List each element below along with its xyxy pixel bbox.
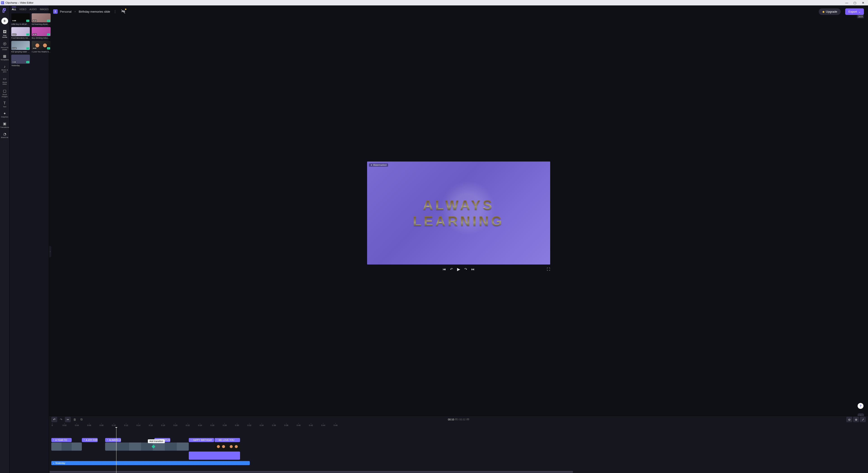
window-title: Clipchamp – Video Editor: [5, 1, 33, 4]
ruler-tick: 0:18: [161, 423, 165, 427]
video-clip[interactable]: [51, 442, 82, 451]
redo-button[interactable]: ↷: [58, 417, 64, 422]
play-button[interactable]: ▶: [457, 267, 460, 272]
rail-item-text[interactable]: TText: [0, 99, 9, 109]
project-title[interactable]: Birthday memories slide: [79, 10, 110, 13]
rail-item-stock_video[interactable]: ▭Stock video: [0, 75, 9, 87]
svg-point-0: [55, 11, 56, 11]
clip-label: A JOY FOR LIFE: [86, 439, 98, 441]
rail-item-brand[interactable]: ◔Brand kit: [0, 130, 9, 140]
media-item[interactable]: 0:08✓Little boy in old pil…: [11, 13, 30, 25]
media-tab-video[interactable]: VIDEO: [19, 8, 26, 11]
timeline-scroll-thumb[interactable]: [50, 471, 573, 473]
media-title: Boy climbing indoo…: [32, 37, 51, 39]
media-tab-images[interactable]: IMAGES: [40, 8, 49, 11]
workspace-name[interactable]: Personal: [60, 10, 71, 13]
preview-area: ✦ Watermarked ALWAYS LEARNING ⏮ ↶ ▶ ↷ ⏭ …: [49, 18, 868, 416]
text-clip[interactable]: TWE LOVE YOU: [215, 438, 240, 442]
upgrade-button[interactable]: ◆ Upgrade: [819, 8, 841, 15]
ruler-tick: 0:10: [112, 423, 116, 427]
zoom-fit-button[interactable]: ⤢: [860, 417, 866, 422]
delete-button[interactable]: 🗑: [72, 417, 78, 422]
rail-item-your_media[interactable]: 🖼Your media: [0, 28, 9, 40]
export-button[interactable]: Export ⌄: [845, 8, 864, 15]
preview-text-line1: ALWAYS: [423, 197, 494, 213]
video-clip[interactable]: [215, 442, 240, 451]
video-clip[interactable]: [105, 442, 189, 451]
media-item[interactable]: 0:02✓I Love You Hearts S…: [32, 41, 51, 53]
stock_images-icon: ▢: [3, 89, 6, 93]
text-clip[interactable]: TA JOY FOR LIFE: [82, 438, 98, 442]
zoom-out-button[interactable]: ⊖: [846, 417, 852, 422]
timeline-ruler[interactable]: 00:020:040:060:080:100:120:140:160:180:2…: [49, 423, 868, 427]
collapse-timeline-button[interactable]: ⌄: [858, 413, 864, 416]
timeline-toolbar: ↶ ↷ ✂ 🗑 ⧉ 00:10.01 / 00:32.03 ⊖ ⊕ ⤢: [49, 416, 868, 423]
ruler-tick: 0:28: [223, 423, 227, 427]
window-close-button[interactable]: ✕: [859, 0, 867, 5]
graphics-icon: ✦: [3, 111, 6, 116]
rail-item-record[interactable]: ⦿Record & create: [0, 40, 9, 53]
window-minimize-button[interactable]: —: [843, 0, 851, 5]
clipchamp-logo[interactable]: [2, 7, 8, 13]
export-label: Export: [848, 10, 857, 13]
skip-end-button[interactable]: ⏭: [471, 267, 475, 271]
ruler-tick: 0:30: [235, 423, 239, 427]
ruler-tick: 0:12: [124, 423, 128, 427]
media-title: Kid learning physic,…: [32, 23, 51, 25]
fullscreen-button[interactable]: ⛶: [547, 267, 550, 271]
media-item[interactable]: 0:13✓Kid spraying water …: [11, 41, 30, 53]
text-clip[interactable]: TA YEAR TO: [51, 438, 72, 442]
ruler-tick: 0:04: [75, 423, 79, 427]
transport-controls: ⏮ ↶ ▶ ↷ ⏭ ⛶: [367, 267, 550, 272]
media-tab-audio[interactable]: AUDIO: [30, 8, 37, 11]
skip-start-button[interactable]: ⏮: [442, 267, 446, 271]
media-item[interactable]: 0:17✓Food laboratory res…: [11, 27, 30, 39]
color-clip[interactable]: [189, 451, 240, 460]
rail-item-templates[interactable]: ▦Templates: [0, 53, 9, 63]
media-item[interactable]: 0:19✓Boy climbing indoo…: [32, 27, 51, 39]
text-icon: T: [4, 101, 6, 105]
time-separator: /: [458, 418, 459, 421]
help-button[interactable]: ?: [858, 403, 864, 409]
audio-clip[interactable]: ♪Yesterday: [51, 461, 250, 465]
text-clip[interactable]: THAPPY BIRTHDAY: [189, 438, 214, 442]
rail-item-music[interactable]: ♪Music & SFX: [0, 63, 9, 75]
duplicate-button[interactable]: ⧉: [79, 417, 84, 422]
timeline-tracks[interactable]: TA YEAR TOTA JOY FOR LIFETALWAYS LEARNIN…: [49, 427, 868, 473]
video-preview[interactable]: ✦ Watermarked ALWAYS LEARNING: [367, 162, 550, 265]
add-media-button[interactable]: +: [1, 18, 8, 24]
rail-item-label: Transitions: [0, 127, 9, 129]
rail-item-stock_images[interactable]: ▢Stock images: [0, 87, 9, 99]
rail-item-graphics[interactable]: ✦Graphics: [0, 110, 9, 120]
zoom-in-button[interactable]: ⊕: [853, 417, 859, 422]
ruler-tick: 0:02: [63, 423, 67, 427]
project-menu-button[interactable]: ⋮: [113, 9, 117, 14]
text-icon: T: [191, 439, 192, 441]
timeline-scrollbar[interactable]: [50, 471, 868, 473]
upgrade-label: Upgrade: [826, 10, 837, 13]
media-item[interactable]: 3:02✓Yesterday: [11, 55, 30, 67]
media-title: Yesterday: [11, 64, 30, 67]
step-back-button[interactable]: ↶: [450, 267, 453, 271]
step-forward-button[interactable]: ↷: [464, 267, 467, 271]
text-clip[interactable]: TALWAYS LEARNING: [105, 438, 121, 442]
media-tab-all[interactable]: ALL: [12, 7, 16, 11]
diamond-icon: ◆: [822, 10, 825, 13]
ruler-tick: 0:46: [334, 423, 338, 427]
window-maximize-button[interactable]: ▢: [851, 0, 859, 5]
autosave-off-icon[interactable]: [121, 9, 125, 14]
rail-item-transitions[interactable]: ▣Transitions: [0, 120, 9, 130]
add-transition-tooltip: Add transition: [148, 439, 165, 443]
templates-icon: ▦: [3, 54, 6, 58]
clip-label: ALWAYS LEARNING: [109, 439, 121, 441]
split-button[interactable]: ✂: [65, 417, 71, 422]
transitions-icon: ▣: [3, 122, 6, 126]
media-item[interactable]: 0:12✓Kid learning physic,…: [32, 13, 51, 25]
ruler-tick: 0:16: [149, 423, 153, 427]
ruler-tick: 0:38: [284, 423, 288, 427]
workspace-badge-icon[interactable]: [53, 9, 58, 14]
undo-button[interactable]: ↶: [51, 417, 57, 422]
media-panel: ALLVIDEOAUDIOIMAGES 0:08✓Little boy in o…: [9, 5, 49, 473]
current-frame: .01: [455, 418, 458, 421]
clip-label: WE LOVE YOU: [219, 439, 235, 441]
